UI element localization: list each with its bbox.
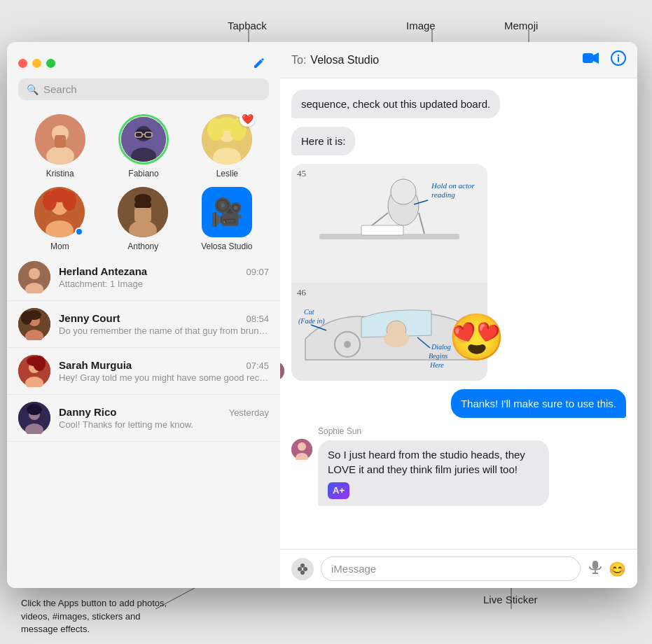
tapback-heart-badge: ❤️ [240, 111, 255, 127]
svg-text:Begins: Begins [429, 352, 448, 360]
conv-time-jenny: 08:54 [246, 314, 269, 324]
avatar-danny [18, 402, 50, 434]
conv-preview-danny: Cool! Thanks for letting me know. [59, 419, 269, 430]
apps-button-annotation: Click the Apps button to add photos, vid… [21, 597, 168, 636]
pinned-contact-mom[interactable]: Mom [34, 187, 85, 251]
to-label: To: [291, 54, 306, 66]
svg-text:46: 46 [297, 287, 307, 298]
message-received-2: Here it is: [291, 127, 355, 155]
svg-rect-61 [361, 225, 403, 235]
avatar-herland [18, 261, 50, 293]
sidebar: 🔍 Search Kristina [7, 42, 280, 588]
conv-name-herland: Herland Antezana [59, 265, 147, 277]
contact-name-mom: Mom [50, 241, 69, 251]
svg-point-21 [217, 117, 237, 131]
video-call-icon[interactable] [583, 52, 599, 68]
pinned-contact-fabiano[interactable]: Fabiano [118, 114, 169, 178]
message-image: 45 [291, 164, 487, 381]
online-indicator-mom [75, 227, 83, 236]
message-received-1: sequence, check out this updated board. [291, 90, 500, 118]
svg-point-58 [391, 179, 416, 204]
avatar-container-anthony [118, 187, 168, 237]
contact-name-leslie: Leslie [216, 169, 238, 178]
conversation-herland[interactable]: Herland Antezana 09:07 Attachment: 1 Ima… [7, 254, 280, 301]
conversation-sarah[interactable]: Sarah Murguia 07:45 Hey! Gray told me yo… [7, 348, 280, 395]
fullscreen-button[interactable] [46, 59, 55, 68]
svg-marker-52 [593, 52, 599, 64]
chat-messages: sequence, check out this updated board. … [280, 78, 637, 549]
avatar-anthony [118, 187, 168, 237]
conversation-jenny[interactable]: Jenny Court 08:54 Do you remember the na… [7, 301, 280, 348]
message-sent-1: Thanks! I'll make sure to use this. [451, 389, 626, 418]
sidebar-header [7, 42, 280, 78]
svg-point-69 [384, 330, 409, 347]
conv-content-herland: Herland Antezana 09:07 Attachment: 1 Ima… [59, 265, 269, 289]
message-sender-avatar [280, 361, 284, 381]
conv-name-sarah: Sarah Murguia [59, 359, 132, 371]
minimize-button[interactable] [32, 59, 41, 68]
chat-recipient-area: To: Velosa Studio [291, 54, 379, 66]
info-icon[interactable] [611, 50, 626, 69]
search-placeholder: Search [43, 83, 77, 95]
svg-point-81 [298, 442, 306, 451]
svg-point-85 [300, 564, 305, 568]
search-bar[interactable]: 🔍 Search [18, 78, 269, 100]
pinned-contact-velosa[interactable]: 🎥 Velosa Studio [201, 187, 252, 251]
memoji-heart-eyes: 😍 [448, 314, 505, 360]
app-window: 🔍 Search Kristina [7, 42, 637, 588]
compose-button[interactable] [249, 53, 269, 73]
storyboard-top-panel: 45 [291, 164, 487, 283]
chat-header-actions [583, 50, 626, 69]
input-placeholder: iMessage [331, 563, 376, 575]
avatar-container-leslie: ❤️ [202, 114, 252, 164]
memoji-label: Memoji [504, 20, 538, 31]
svg-rect-31 [134, 208, 151, 222]
pinned-contact-anthony[interactable]: Anthony [118, 187, 168, 251]
avatar-container-fabiano [118, 114, 169, 164]
avatar-container-kristina [35, 114, 85, 164]
svg-rect-8 [55, 135, 66, 148]
image-label: Image [406, 20, 436, 31]
conv-header-jenny: Jenny Court 08:54 [59, 312, 269, 324]
sophie-message-group: Sophie Sun So I just heard from the stud… [291, 426, 626, 506]
svg-point-35 [29, 268, 40, 279]
sophie-message-text: So I just heard from the studio heads, t… [328, 447, 539, 477]
avatar-velosa-studio: 🎥 [202, 187, 252, 237]
pinned-contact-kristina[interactable]: Kristina [35, 114, 85, 178]
conv-preview-sarah: Hey! Gray told me you might have some go… [59, 372, 269, 383]
conv-header-danny: Danny Rico Yesterday [59, 406, 269, 418]
fabiano-ring [118, 114, 169, 164]
conv-preview-herland: Attachment: 1 Image [59, 279, 269, 289]
sophie-sender-name: Sophie Sun [318, 426, 626, 436]
chat-recipient-name: Velosa Studio [310, 54, 379, 66]
conv-header-herland: Herland Antezana 09:07 [59, 265, 269, 277]
conv-time-danny: Yesterday [229, 407, 269, 418]
pinned-row-2: Mom [7, 181, 280, 254]
conv-time-herland: 09:07 [246, 267, 269, 277]
dictation-icon[interactable] [588, 559, 603, 578]
svg-point-27 [50, 188, 69, 202]
close-button[interactable] [18, 59, 27, 68]
conv-time-sarah: 07:45 [246, 360, 269, 371]
live-sticker-annotation: Live Sticker [483, 594, 538, 606]
conversation-danny[interactable]: Danny Rico Yesterday Cool! Thanks for le… [7, 395, 280, 442]
traffic-lights [18, 59, 55, 68]
conv-name-jenny: Jenny Court [59, 312, 120, 324]
live-sticker-badge: A+ [328, 482, 349, 499]
svg-point-41 [27, 310, 41, 320]
avatar-container-mom [34, 187, 85, 237]
emoji-icon[interactable]: 😊 [609, 561, 626, 578]
conv-name-danny: Danny Rico [59, 406, 117, 418]
contact-name-fabiano: Fabiano [128, 169, 158, 178]
message-input[interactable]: iMessage [321, 556, 581, 581]
pinned-contact-leslie[interactable]: ❤️ Leslie [202, 114, 252, 178]
svg-text:(Fade in): (Fade in) [298, 317, 325, 326]
apps-button[interactable] [291, 558, 314, 580]
contact-name-anthony: Anthony [127, 241, 158, 251]
avatar-kristina [35, 114, 85, 164]
svg-rect-33 [134, 202, 151, 208]
svg-point-50 [27, 404, 42, 415]
svg-rect-51 [583, 53, 593, 63]
chat-header: To: Velosa Studio [280, 42, 637, 78]
conv-content-danny: Danny Rico Yesterday Cool! Thanks for le… [59, 406, 269, 430]
